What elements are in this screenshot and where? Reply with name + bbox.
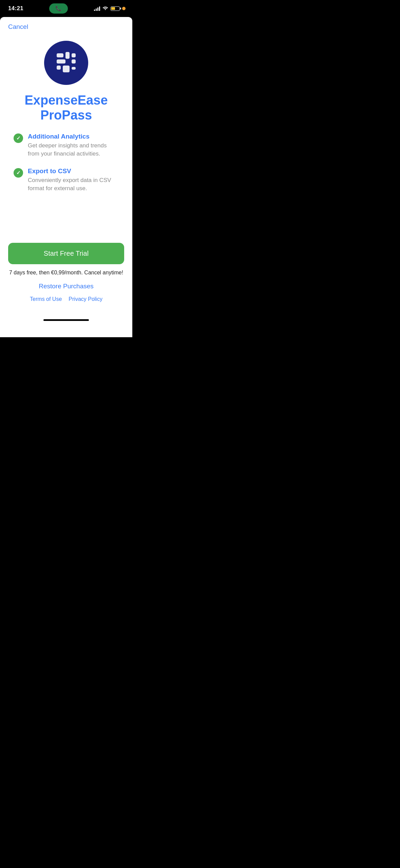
feature-text-csv: Export to CSV Conveniently export data i…	[28, 167, 119, 193]
phone-icon: 📞	[55, 5, 62, 12]
feature-item-csv: ✓ Export to CSV Conveniently export data…	[14, 167, 119, 193]
main-content: Cancel ExpenseEase ProPass	[0, 17, 132, 337]
app-icon-container	[0, 34, 132, 93]
cancel-button[interactable]: Cancel	[8, 23, 28, 31]
status-bar: 14:21 📞	[0, 0, 132, 17]
feature-desc-csv: Conveniently export data in CSV format f…	[28, 176, 119, 193]
start-trial-button[interactable]: Start Free Trial	[8, 243, 124, 264]
terms-of-use-link[interactable]: Terms of Use	[30, 296, 62, 302]
status-time: 14:21	[8, 5, 23, 12]
wifi-icon	[102, 6, 108, 11]
svg-rect-5	[57, 66, 61, 70]
feature-item-analytics: ✓ Additional Analytics Get deeper insigh…	[14, 133, 119, 158]
app-icon	[44, 41, 88, 85]
svg-rect-6	[63, 66, 70, 72]
trial-info-text: 7 days free, then €0,99/month. Cancel an…	[8, 270, 124, 276]
restore-purchases-button[interactable]: Restore Purchases	[8, 283, 124, 290]
check-icon-csv: ✓	[14, 168, 23, 178]
legal-links: Terms of Use Privacy Policy	[8, 296, 124, 302]
features-list: ✓ Additional Analytics Get deeper insigh…	[0, 133, 132, 192]
home-bar	[43, 319, 89, 321]
svg-rect-2	[72, 53, 76, 57]
signal-icon	[94, 6, 100, 11]
svg-rect-1	[65, 52, 70, 59]
feature-text-analytics: Additional Analytics Get deeper insights…	[28, 133, 119, 158]
svg-rect-4	[72, 59, 76, 64]
svg-rect-3	[57, 59, 65, 64]
svg-rect-7	[72, 67, 76, 70]
active-call-pill-container: 📞	[49, 3, 68, 14]
feature-title-analytics: Additional Analytics	[28, 133, 119, 140]
svg-rect-0	[57, 53, 63, 57]
bottom-section: Start Free Trial 7 days free, then €0,99…	[0, 243, 132, 316]
battery-icon	[111, 6, 120, 11]
feature-desc-analytics: Get deeper insights and trends from your…	[28, 142, 119, 158]
feature-title-csv: Export to CSV	[28, 167, 119, 175]
nav-bar: Cancel	[0, 17, 132, 34]
orange-indicator	[122, 7, 126, 10]
active-call-pill: 📞	[49, 3, 68, 14]
privacy-policy-link[interactable]: Privacy Policy	[69, 296, 102, 302]
app-title: ExpenseEase ProPass	[0, 93, 132, 133]
spacer	[0, 202, 132, 243]
status-indicators	[94, 6, 126, 11]
home-indicator	[0, 316, 132, 324]
app-logo-icon	[53, 49, 80, 76]
check-icon-analytics: ✓	[14, 133, 23, 143]
